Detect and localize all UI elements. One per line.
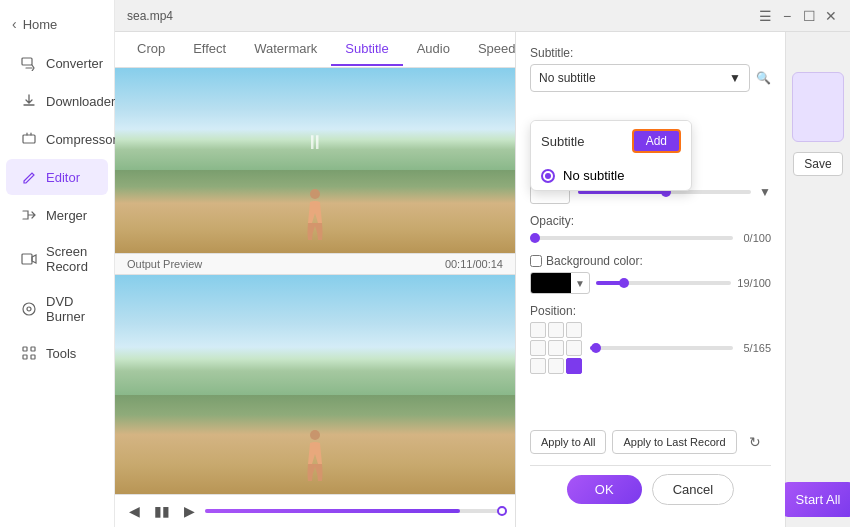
- save-button[interactable]: Save: [793, 152, 842, 176]
- tab-crop[interactable]: Crop: [123, 33, 179, 66]
- pos-cell-bl[interactable]: [530, 358, 546, 374]
- video-person-figure: [304, 188, 326, 243]
- tab-watermark[interactable]: Watermark: [240, 33, 331, 66]
- reset-button[interactable]: ↻: [743, 429, 767, 455]
- playback-controls: ◀ ▮▮ ▶: [115, 494, 515, 527]
- sidebar-back-button[interactable]: ‹ Home: [0, 8, 114, 40]
- bg-color-swatch-dropdown[interactable]: ▼: [530, 272, 590, 294]
- pos-cell-bc[interactable]: [548, 358, 564, 374]
- subtitle-dropdown-popup: Subtitle Add No subtitle: [530, 120, 692, 191]
- minimize-icon[interactable]: −: [780, 9, 794, 23]
- subtitle-settings-panel: Subtitle: No subtitle ▼ 🔍 Subtitle Add: [515, 32, 785, 527]
- pos-cell-br[interactable]: [566, 358, 582, 374]
- start-all-button[interactable]: Start All: [782, 482, 850, 517]
- bg-color-checkbox-row: Background color:: [530, 254, 771, 268]
- sidebar-compressor-label: Compressor: [46, 132, 117, 147]
- input-video-preview: ⏸: [115, 68, 515, 253]
- sidebar-merger-label: Merger: [46, 208, 87, 223]
- opacity-slider[interactable]: [530, 236, 733, 240]
- sidebar-converter-label: Converter: [46, 56, 103, 71]
- subtitle-dropdown[interactable]: No subtitle ▼: [530, 64, 750, 92]
- swatch-chevron-icon[interactable]: ▼: [571, 278, 589, 289]
- output-sky-bg: [115, 275, 515, 395]
- sidebar-item-editor[interactable]: Editor: [6, 159, 108, 195]
- add-subtitle-button[interactable]: Add: [632, 129, 681, 153]
- ok-button[interactable]: OK: [567, 475, 642, 504]
- sidebar-screen-record-label: Screen Record: [46, 244, 94, 274]
- progress-fill: [205, 509, 460, 513]
- edit-icon: [20, 168, 38, 186]
- sidebar-item-dvd-burner[interactable]: DVD Burner: [6, 285, 108, 333]
- output-sand-bg: [115, 395, 515, 494]
- output-video-preview: [115, 275, 515, 494]
- pos-cell-tl[interactable]: [530, 322, 546, 338]
- apply-all-button[interactable]: Apply to All: [530, 430, 606, 454]
- bg-opacity-slider[interactable]: [596, 281, 731, 285]
- sidebar-item-downloader[interactable]: Downloader: [6, 83, 108, 119]
- svg-rect-0: [22, 58, 32, 65]
- opacity-value: 0/100: [741, 232, 771, 244]
- cancel-button[interactable]: Cancel: [652, 474, 734, 505]
- position-value: 5/165: [741, 342, 771, 354]
- sidebar-home-label: Home: [23, 17, 58, 32]
- subtitle-label: Subtitle:: [530, 46, 771, 60]
- back-arrow-icon: ‹: [12, 16, 17, 32]
- tab-effect[interactable]: Effect: [179, 33, 240, 66]
- pos-cell-mr[interactable]: [566, 340, 582, 356]
- pos-cell-tc[interactable]: [548, 322, 564, 338]
- position-grid: [530, 322, 582, 374]
- pos-cell-tr[interactable]: [566, 322, 582, 338]
- svg-point-10: [310, 430, 320, 440]
- bg-color-row: ▼ 19/100: [530, 272, 771, 294]
- bg-color-checkbox[interactable]: [530, 255, 542, 267]
- sidebar-item-screen-record[interactable]: Screen Record: [6, 235, 108, 283]
- sidebar-item-compressor[interactable]: Compressor: [6, 121, 108, 157]
- hamburger-icon[interactable]: ☰: [758, 9, 772, 23]
- dialog-footer: OK Cancel: [530, 465, 771, 513]
- convert-icon: [20, 54, 38, 72]
- prev-frame-button[interactable]: ◀: [125, 501, 144, 521]
- editor-tabs: Crop Effect Watermark Subtitle Audio Spe…: [115, 32, 515, 68]
- compress-icon: [20, 130, 38, 148]
- popup-title: Subtitle: [541, 134, 584, 149]
- svg-rect-6: [31, 347, 35, 351]
- svg-point-3: [23, 303, 35, 315]
- next-frame-button[interactable]: ▶: [180, 501, 199, 521]
- sidebar-editor-label: Editor: [46, 170, 80, 185]
- outline-chevron-icon[interactable]: ▼: [759, 185, 771, 199]
- pos-cell-ml[interactable]: [530, 340, 546, 356]
- background-color-section: Background color: ▼ 19/100: [530, 254, 771, 294]
- sidebar-item-tools[interactable]: Tools: [6, 335, 108, 371]
- download-icon: [20, 92, 38, 110]
- position-section: Position:: [530, 304, 771, 374]
- bg-color-swatch: [531, 273, 571, 293]
- video-panel: Crop Effect Watermark Subtitle Audio Spe…: [115, 32, 515, 527]
- thumbnail-box: [792, 72, 844, 142]
- tab-subtitle[interactable]: Subtitle: [331, 33, 402, 66]
- maximize-icon[interactable]: ☐: [802, 9, 816, 23]
- close-icon[interactable]: ✕: [824, 9, 838, 23]
- pos-cell-mc[interactable]: [548, 340, 564, 356]
- tab-speed[interactable]: Speed: [464, 33, 515, 66]
- video-progress-bar[interactable]: [205, 509, 505, 513]
- pause-button[interactable]: ▮▮: [150, 501, 174, 521]
- tab-audio[interactable]: Audio: [403, 33, 464, 66]
- output-preview-label: Output Preview: [127, 258, 202, 270]
- search-icon[interactable]: 🔍: [756, 71, 771, 85]
- position-slider[interactable]: [590, 346, 733, 350]
- svg-point-9: [310, 189, 320, 199]
- sidebar-item-merger[interactable]: Merger: [6, 197, 108, 233]
- subtitle-dropdown-row: No subtitle ▼ 🔍: [530, 64, 771, 92]
- svg-rect-5: [23, 347, 27, 351]
- right-float-panel: Save Start All: [785, 32, 850, 527]
- apply-last-record-button[interactable]: Apply to Last Record: [612, 430, 736, 454]
- sidebar-item-converter[interactable]: Converter: [6, 45, 108, 81]
- popup-item-no-subtitle[interactable]: No subtitle: [531, 161, 691, 190]
- position-label: Position:: [530, 304, 771, 318]
- position-area: 5/165: [530, 322, 771, 374]
- output-video-person: [304, 429, 326, 484]
- video-pause-icon: ⏸: [305, 131, 325, 154]
- sidebar: ‹ Home Converter Downloader Compresso: [0, 0, 115, 527]
- output-preview-bar: Output Preview 00:11/00:14: [115, 253, 515, 275]
- video-time-display: 00:11/00:14: [445, 258, 503, 270]
